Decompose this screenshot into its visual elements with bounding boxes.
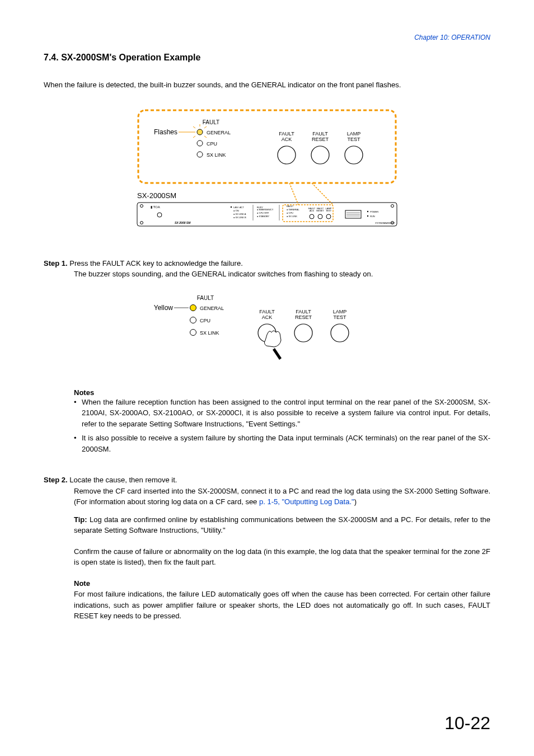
svg-text:ACK: ACK — [262, 314, 273, 320]
hand-pointer-icon — [264, 331, 282, 360]
svg-text:SX-2000 SM: SX-2000 SM — [175, 221, 191, 224]
svg-point-19 — [140, 221, 143, 224]
svg-text:ACK: ACK — [310, 209, 315, 212]
fault-label-2: FAULT — [197, 295, 214, 301]
svg-text:● CPU OFF: ● CPU OFF — [257, 212, 269, 214]
fault-ack-button[interactable]: FAULT ACK — [278, 131, 296, 164]
svg-point-46 — [318, 214, 322, 219]
device-label: SX-2000SM — [137, 191, 176, 200]
svg-point-13 — [311, 146, 329, 164]
step-1-label: Step 1. — [44, 259, 68, 267]
svg-line-50 — [289, 183, 298, 205]
lamp-test-button-2[interactable]: LAMP TEST — [331, 309, 349, 342]
figure-1: FAULT Flashes GENERAL CPU SX LINK FAULT … — [44, 107, 490, 236]
fault-label: FAULT — [203, 119, 219, 125]
svg-line-6 — [193, 136, 195, 138]
step-2-label: Step 2. — [44, 476, 68, 484]
svg-text:RESET: RESET — [295, 314, 312, 320]
chapter-link[interactable]: Chapter 10: OPERATION — [44, 34, 490, 41]
step-2-note-heading: Note — [74, 578, 490, 589]
svg-text:LAMP: LAMP — [347, 131, 361, 137]
yellow-label: Yellow — [154, 304, 174, 312]
step-2: Step 2. Locate the cause, then remove it… — [44, 475, 490, 622]
intro-paragraph: When the failure is detected, the built-… — [44, 79, 490, 91]
step-2-note-body: For most failure indications, the failur… — [74, 589, 490, 622]
fault-reset-button-2[interactable]: FAULT RESET — [294, 309, 312, 342]
page-number: 10-22 — [444, 713, 490, 734]
svg-text:LAMP: LAMP — [333, 309, 347, 314]
svg-text:● SX LINK A: ● SX LINK A — [233, 213, 246, 215]
cpu-led-2-icon — [190, 317, 196, 323]
log-data-link[interactable]: p. 1-5, "Outputting Log Data." — [259, 497, 354, 506]
svg-text:FAULT: FAULT — [279, 131, 294, 137]
svg-text:● ON: ● ON — [233, 209, 239, 212]
sxlink-label: SX LINK — [207, 152, 226, 158]
svg-point-58 — [367, 215, 368, 216]
figure-2: FAULT Yellow GENERAL CPU SX LINK FAULT A… — [44, 291, 490, 366]
svg-text:● EMERGENCY: ● EMERGENCY — [257, 208, 274, 211]
general-led-icon — [193, 124, 207, 138]
svg-text:● SX LINK: ● SX LINK — [287, 215, 297, 218]
svg-point-56 — [367, 210, 368, 212]
svg-text:LAN / ACT: LAN / ACT — [233, 206, 244, 209]
svg-text:FAULT: FAULT — [296, 309, 311, 314]
svg-point-20 — [391, 204, 394, 207]
svg-point-23 — [157, 213, 162, 217]
step-1-line2: The buzzer stops sounding, and the GENER… — [74, 269, 490, 280]
svg-point-2 — [197, 129, 203, 135]
cpu-label-2: CPU — [200, 318, 210, 323]
svg-text:TEST: TEST — [333, 314, 346, 320]
svg-text:▮ TOA: ▮ TOA — [151, 205, 160, 209]
flashes-label: Flashes — [154, 128, 177, 136]
svg-point-26 — [231, 206, 232, 207]
general-led-steady-icon — [190, 304, 196, 311]
note-item-2: It is also possible to receive a system … — [82, 433, 490, 454]
step-1-line1: Press the FAULT ACK key to acknowledge t… — [69, 259, 243, 267]
svg-text:RESET: RESET — [312, 137, 329, 142]
general-label: GENERAL — [207, 130, 231, 135]
sxlink-label-2: SX LINK — [200, 330, 219, 336]
svg-text:FAULT: FAULT — [312, 131, 328, 137]
svg-point-67 — [294, 324, 312, 342]
fault-reset-button[interactable]: FAULT RESET — [311, 131, 329, 164]
device-panel-icon: ▮ TOA SX-2000 SM LAN / ACT ● ON ● SX LIN… — [137, 183, 397, 226]
svg-point-70 — [331, 324, 349, 342]
svg-text:TEST: TEST — [347, 137, 360, 142]
lamp-test-button[interactable]: LAMP TEST — [345, 131, 363, 164]
cpu-led-icon — [197, 140, 203, 146]
svg-text:ACK: ACK — [282, 137, 292, 142]
svg-line-7 — [204, 136, 207, 138]
svg-text:SYSTEM MANAGEMENT: SYSTEM MANAGEMENT — [375, 222, 395, 224]
svg-point-16 — [345, 146, 363, 164]
svg-text:● SX LINK B: ● SX LINK B — [233, 216, 246, 219]
tip-body-inline: Log data are confirmed online by establi… — [74, 515, 490, 535]
note-item-1: When the failure reception function has … — [82, 397, 490, 430]
svg-text:TEST: TEST — [326, 209, 332, 212]
notes-heading: Notes — [74, 388, 490, 397]
step-2-line1: Locate the cause, then remove it. — [69, 476, 177, 484]
sxlink-led-icon — [197, 152, 203, 157]
svg-text:RESET: RESET — [316, 209, 324, 212]
section-title: 7.4. SX-2000SM's Operation Example — [44, 53, 490, 63]
svg-text:● CPU: ● CPU — [287, 212, 293, 214]
svg-point-18 — [140, 204, 143, 207]
tip-label: Tip: — [74, 515, 87, 524]
step-2-confirm: Confirm the cause of failure or abnormal… — [74, 546, 490, 568]
svg-line-51 — [312, 183, 333, 205]
sxlink-led-2-icon — [190, 329, 196, 335]
svg-text:POWER: POWER — [370, 210, 378, 213]
cpu-label: CPU — [207, 141, 217, 147]
svg-text:FAULT: FAULT — [259, 309, 275, 314]
svg-line-5 — [204, 126, 207, 128]
general-label-2: GENERAL — [200, 306, 224, 311]
svg-line-4 — [193, 126, 195, 128]
svg-point-43 — [310, 214, 314, 219]
svg-text:● GENERAL: ● GENERAL — [287, 208, 299, 211]
notes-list: •When the failure reception function has… — [74, 397, 490, 455]
step-2-line2b: ) — [354, 497, 357, 506]
svg-point-10 — [278, 146, 296, 164]
svg-point-49 — [326, 214, 331, 219]
step-1: Step 1. Press the FAULT ACK key to ackno… — [44, 258, 490, 280]
svg-text:RUN: RUN — [370, 215, 375, 218]
svg-text:● STANDBY: ● STANDBY — [257, 215, 269, 218]
